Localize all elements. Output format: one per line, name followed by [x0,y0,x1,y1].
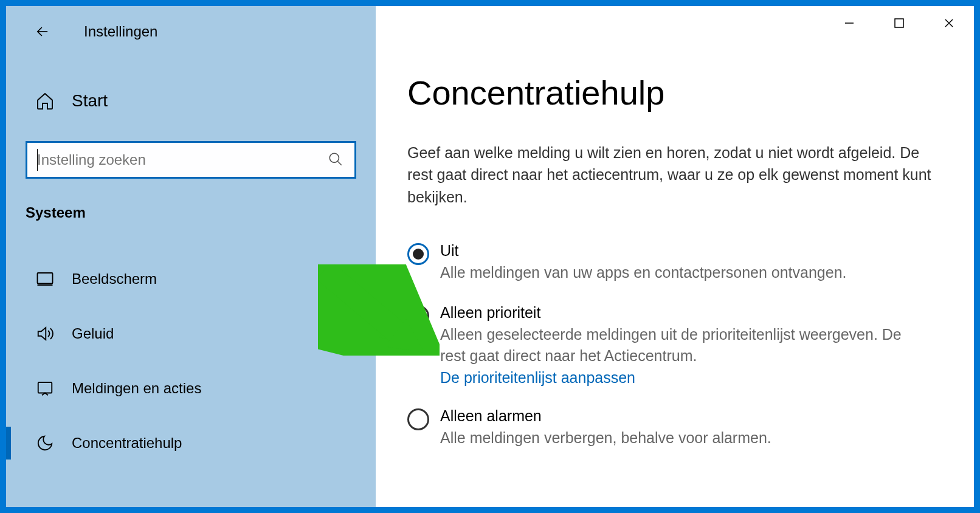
sidebar-item-label: Beeldscherm [72,270,157,287]
maximize-icon [894,18,905,29]
radio-label: Uit [440,242,847,260]
window-title: Instellingen [84,23,157,40]
radio-content: Uit Alle meldingen van uw apps en contac… [440,242,847,283]
maximize-button[interactable] [874,6,924,40]
radio-description: Alle meldingen verbergen, behalve voor a… [440,427,771,449]
radio-option-priority[interactable]: Alleen prioriteit Alleen geselecteerde m… [407,304,942,387]
back-button[interactable] [30,19,55,44]
minimize-button[interactable] [824,6,874,40]
radio-content: Alleen alarmen Alle meldingen verbergen,… [440,407,771,449]
window-controls [824,6,974,40]
page-title: Concentratiehulp [407,73,942,112]
notifications-icon [35,379,55,398]
minimize-icon [843,17,855,29]
radio-option-alarms[interactable]: Alleen alarmen Alle meldingen verbergen,… [407,407,942,449]
arrow-left-icon [34,23,51,40]
svg-rect-3 [895,19,903,27]
home-button[interactable]: Start [6,91,376,111]
radio-description: Alleen geselecteerde meldingen uit de pr… [440,324,914,367]
search-input[interactable] [37,151,328,168]
radio-indicator [407,305,429,327]
sidebar-item-display[interactable]: Beeldscherm [6,252,376,306]
text-cursor [37,149,38,171]
sidebar-item-label: Geluid [72,325,114,342]
close-icon [943,17,955,29]
radio-label: Alleen prioriteit [440,304,914,322]
monitor-icon [35,269,55,289]
radio-group: Uit Alle meldingen van uw apps en contac… [407,242,942,449]
svg-rect-2 [38,382,52,393]
sound-icon [35,324,55,343]
sidebar-item-sound[interactable]: Geluid [6,306,376,361]
sidebar-item-focus-assist[interactable]: Concentratiehulp [6,416,376,470]
radio-option-off[interactable]: Uit Alle meldingen van uw apps en contac… [407,242,942,283]
radio-content: Alleen prioriteit Alleen geselecteerde m… [440,304,914,387]
sidebar-item-label: Concentratiehulp [72,435,182,452]
titlebar: Instellingen [6,19,376,44]
category-label: Systeem [6,204,376,221]
search-box[interactable] [26,141,356,179]
moon-icon [35,433,55,453]
sidebar-item-label: Meldingen en acties [72,380,201,397]
radio-indicator [407,243,429,265]
home-icon [35,91,55,111]
settings-window: Instellingen Start Systeem Beeldscherm [6,6,974,507]
svg-point-0 [330,153,339,162]
priority-list-link[interactable]: De prioriteitenlijst aanpassen [440,369,914,387]
page-description: Geef aan welke melding u wilt zien en ho… [407,142,936,208]
radio-label: Alleen alarmen [440,407,771,425]
svg-rect-1 [38,273,53,284]
search-icon [328,151,345,168]
main-content: Concentratiehulp Geef aan welke melding … [376,6,974,507]
radio-indicator [407,408,429,430]
radio-description: Alle meldingen van uw apps en contactper… [440,262,847,283]
home-label: Start [72,91,108,111]
close-button[interactable] [924,6,974,40]
sidebar-item-notifications[interactable]: Meldingen en acties [6,361,376,416]
nav-list: Beeldscherm Geluid Meldingen en acties C… [6,252,376,470]
sidebar: Instellingen Start Systeem Beeldscherm [6,6,376,507]
